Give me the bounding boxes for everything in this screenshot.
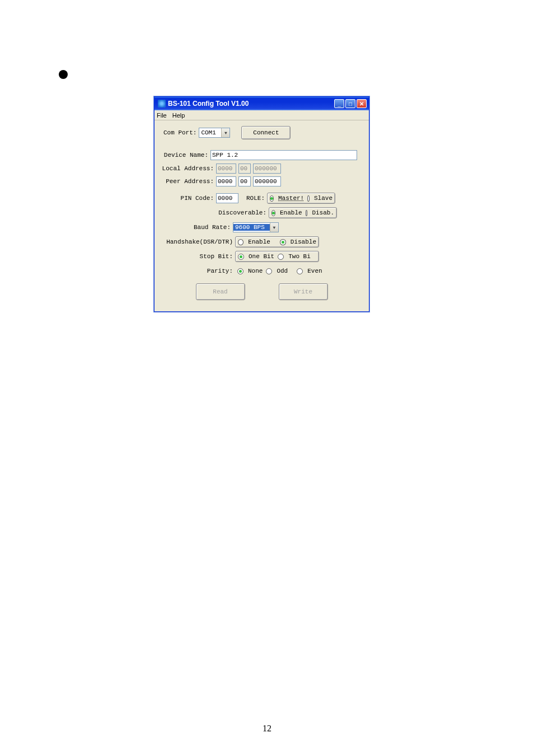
baud-rate-label: Baud Rate: [157,224,233,231]
role-label: ROLE: [246,195,267,202]
com-port-select[interactable]: COM1 ▼ [199,128,230,138]
discoverable-label: Discoverable: [157,209,269,216]
com-port-label: Com Port: [163,129,199,136]
window-controls: _ □ ✕ [334,99,367,108]
local-addr-b [238,164,251,174]
stop-two-radio[interactable] [278,254,284,260]
parity-label: Parity: [157,268,235,274]
com-port-value: COM1 [199,129,221,136]
role-master-radio[interactable] [270,195,274,202]
handshake-label: Handshake(DSR/DTR) [157,239,235,245]
handshake-enable-label[interactable]: Enable [248,239,270,245]
write-button: Write [279,283,328,300]
client-area: Com Port: COM1 ▼ Connect Device Name: Lo… [154,120,369,311]
pin-code-input[interactable] [216,193,238,203]
peer-addr-b[interactable] [238,176,251,186]
page-number: 12 [0,724,534,734]
parity-even-label[interactable]: Even [307,268,322,274]
menu-help[interactable]: Help [172,112,185,119]
config-tool-window: BS-101 Config Tool V1.00 _ □ ✕ File Help… [154,96,369,312]
close-button[interactable]: ✕ [357,99,367,108]
role-master-label[interactable]: Master! [278,195,304,202]
local-addr-c [253,164,281,174]
device-name-input[interactable] [210,150,357,160]
stop-bit-group: One Bit Two Bi [235,251,319,262]
read-button: Read [196,283,245,300]
discoverable-group: Enable Disab. [269,207,337,218]
handshake-disable-label[interactable]: Disable [291,239,316,245]
titlebar[interactable]: BS-101 Config Tool V1.00 _ □ ✕ [154,97,369,110]
peer-address-label: Peer Address: [157,178,216,185]
minimize-button[interactable]: _ [334,99,344,108]
parity-even-radio[interactable] [297,268,303,274]
stop-two-label[interactable]: Two Bi [288,253,311,260]
local-addr-a [216,164,236,174]
handshake-disable-radio[interactable] [280,239,285,245]
discoverable-disable-label[interactable]: Disab. [312,209,334,216]
peer-addr-c[interactable] [253,176,281,186]
discoverable-disable-radio[interactable] [306,210,308,216]
local-address-label: Local Address: [157,165,216,172]
baud-rate-select[interactable]: 9600 BPS ▼ [233,222,279,232]
parity-none-label[interactable]: None [248,268,263,274]
bullet-point [59,70,68,79]
app-icon [158,100,166,108]
handshake-enable-radio[interactable] [238,239,243,245]
parity-none-radio[interactable] [237,268,243,274]
chevron-down-icon[interactable]: ▼ [221,128,229,137]
chevron-down-icon[interactable]: ▼ [270,223,278,232]
maximize-button[interactable]: □ [345,99,355,108]
role-slave-label[interactable]: Slave [314,195,332,202]
discoverable-enable-radio[interactable] [271,210,275,216]
window-title: BS-101 Config Tool V1.00 [168,100,334,108]
parity-odd-label[interactable]: Odd [277,268,288,274]
menubar: File Help [154,110,369,120]
peer-addr-a[interactable] [216,176,236,186]
role-group: Master! Slave [267,193,335,204]
role-slave-radio[interactable] [307,195,310,202]
baud-rate-value: 9600 BPS [233,224,270,231]
parity-group: None Odd Even [235,265,330,277]
discoverable-enable-label[interactable]: Enable [280,209,302,216]
parity-odd-radio[interactable] [266,268,272,274]
stop-bit-label: Stop Bit: [157,253,235,260]
stop-one-radio[interactable] [238,254,244,260]
pin-code-label: PIN Code: [157,195,216,202]
handshake-group: Enable Disable [235,236,319,248]
stop-one-label[interactable]: One Bit [249,253,274,260]
connect-button[interactable]: Connect [241,126,291,139]
menu-file[interactable]: File [157,112,167,119]
device-name-label: Device Name: [159,152,210,158]
